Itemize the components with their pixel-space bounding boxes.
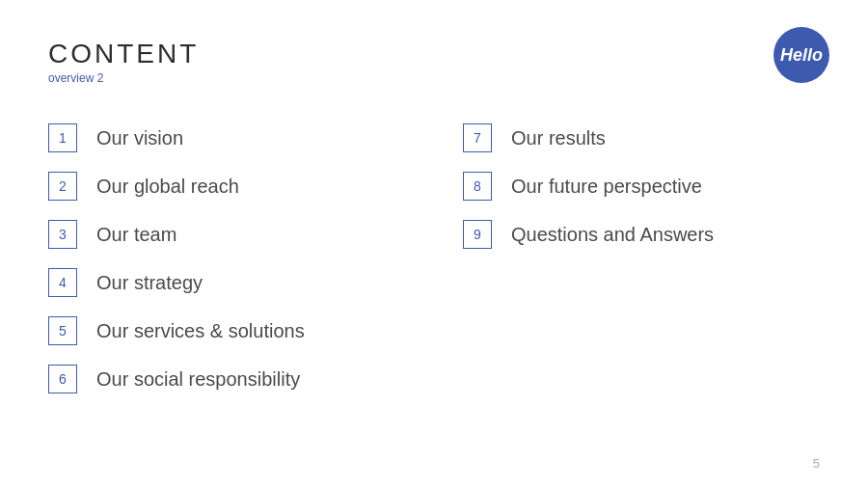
- number-box: 1: [48, 123, 77, 152]
- number-box: 4: [48, 268, 77, 297]
- right-column: 7 Our results 8 Our future perspective 9…: [463, 114, 820, 403]
- item-label: Our future perspective: [511, 176, 702, 198]
- item-label: Our strategy: [96, 272, 203, 294]
- logo-text: Hello: [780, 45, 823, 66]
- page-number: 5: [813, 456, 820, 471]
- page: Hello CONTENT overview 2 1 Our vision 2 …: [0, 0, 868, 488]
- item-label: Our social responsibility: [96, 368, 300, 391]
- page-title: CONTENT: [48, 39, 820, 69]
- list-item: 6 Our social responsibility: [48, 355, 405, 403]
- item-number: 9: [474, 227, 481, 242]
- item-label: Our services & solutions: [96, 320, 305, 342]
- list-item: 3 Our team: [48, 210, 405, 258]
- content-grid: 1 Our vision 2 Our global reach 3 Our te…: [48, 114, 820, 403]
- list-item: 9 Questions and Answers: [463, 210, 820, 258]
- number-box: 6: [48, 365, 77, 393]
- item-label: Our vision: [96, 127, 183, 149]
- item-number: 6: [59, 371, 67, 387]
- number-box: 8: [463, 172, 492, 201]
- item-label: Our results: [511, 127, 606, 149]
- number-box: 2: [48, 172, 77, 201]
- list-item: 4 Our strategy: [48, 258, 405, 307]
- header: CONTENT overview 2: [48, 39, 820, 85]
- list-item: 1 Our vision: [48, 114, 405, 162]
- list-item: 7 Our results: [463, 114, 820, 162]
- item-number: 3: [59, 227, 67, 242]
- list-item: 5 Our services & solutions: [48, 307, 405, 355]
- number-box: 9: [463, 220, 492, 249]
- list-item: 8 Our future perspective: [463, 162, 820, 210]
- item-number: 4: [59, 275, 67, 290]
- left-column: 1 Our vision 2 Our global reach 3 Our te…: [48, 114, 405, 403]
- list-item: 2 Our global reach: [48, 162, 405, 210]
- number-box: 7: [463, 123, 492, 152]
- logo: Hello: [773, 27, 829, 83]
- item-number: 7: [474, 130, 481, 146]
- item-number: 1: [59, 130, 67, 146]
- number-box: 5: [48, 316, 77, 345]
- item-number: 2: [59, 178, 67, 194]
- item-label: Questions and Answers: [511, 224, 714, 246]
- page-subtitle: overview 2: [48, 71, 820, 85]
- item-number: 5: [59, 323, 67, 339]
- item-label: Our global reach: [96, 176, 239, 198]
- number-box: 3: [48, 220, 77, 249]
- item-number: 8: [474, 178, 481, 194]
- item-label: Our team: [96, 224, 176, 246]
